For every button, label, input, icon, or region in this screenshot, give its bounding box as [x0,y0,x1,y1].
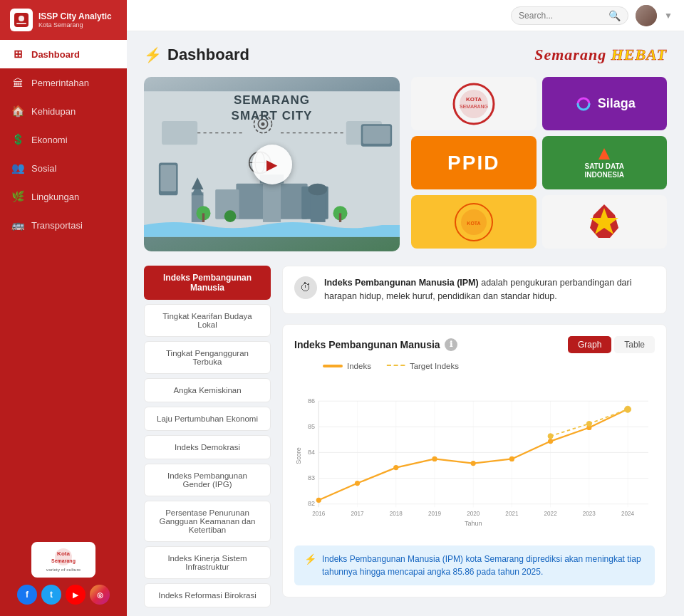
chart-legend: Indeks Target Indeks [323,362,655,370]
svg-point-89 [586,421,591,426]
svg-text:2022: 2022 [544,511,558,517]
left-menu: Indeks Pembangunan Manusia Tingkat Keari… [144,266,271,612]
menu-item-keamanan[interactable]: Persentase Penurunan Gangguan Keamanan d… [144,501,271,542]
sidebar-item-transportasi[interactable]: 🚌 Transportasi [0,211,127,239]
twitter-icon[interactable]: t [41,585,61,605]
video-panel[interactable]: SEMARANG SMART CITY ▶ [144,77,400,251]
sidebar-bottom: Kota Semarang variety of culture f t ▶ ◎ [0,531,127,616]
menu-item-ekonomi[interactable]: Laju Pertumbuhan Ekonomi [144,407,271,431]
svg-point-78 [355,480,360,485]
svg-rect-2 [16,23,26,24]
sidebar-item-dashboard[interactable]: ⊞ Dashboard [0,40,127,68]
svg-point-35 [224,210,237,222]
ekonomi-icon: 💲 [11,133,24,146]
svg-text:85: 85 [308,423,315,430]
menu-item-birokrasi[interactable]: Indeks Reformasi Birokrasi [144,583,271,607]
svg-point-80 [432,456,437,461]
svg-point-1 [19,16,24,21]
smart-city-text: SEMARANG SMART CITY [232,93,313,124]
chart-info-icon[interactable]: ℹ [445,338,457,351]
svg-text:2021: 2021 [505,511,519,517]
search-icon: 🔍 [608,10,621,21]
tile-yellow-seal[interactable]: KOTA [411,195,537,249]
svg-marker-42 [598,148,610,160]
menu-item-demokrasi[interactable]: Indeks Demokrasi [144,435,271,459]
svg-text:82: 82 [308,500,315,507]
menu-item-active[interactable]: Indeks Pembangunan Manusia [144,266,271,300]
svg-text:2020: 2020 [467,511,480,517]
avatar-dropdown-icon[interactable]: ▼ [664,11,673,21]
svg-point-77 [316,497,321,502]
svg-text:SEMARANG: SEMARANG [460,104,488,109]
table-toggle-button[interactable]: Table [614,336,655,353]
search-input[interactable] [519,11,604,21]
chart-title-row: Indeks Pembangunan Manusia ℹ [294,338,457,351]
sosial-icon: 👥 [11,162,24,174]
svg-point-90 [625,406,631,412]
tile-satu-data[interactable]: SATU DATA INDONESIA [542,136,668,189]
main-content: 🔍 ▼ ⚡ Dashboard Semarang HEBAT [127,0,684,616]
tile-red-emblem[interactable] [542,195,668,249]
right-panel: ⏱ Indeks Pembangunan Manusia (IPM) adala… [282,266,667,612]
svg-rect-22 [363,126,390,144]
svg-text:2019: 2019 [428,511,442,517]
menu-item-pengangguran[interactable]: Tingkat Pengangguran Terbuka [144,341,271,374]
ipm-desc-text: Indeks Pembangunan Manusia (IPM) adalah … [324,276,655,303]
graph-toggle-button[interactable]: Graph [568,336,611,353]
ipm-description: ⏱ Indeks Pembangunan Manusia (IPM) adala… [282,266,667,314]
play-button[interactable]: ▶ [252,145,292,184]
semarang-city-logo: Kota Semarang variety of culture [31,542,95,578]
page-title: ⚡ Dashboard [144,46,249,64]
sidebar-logo: ISSP City Analytic Kota Semarang [0,0,127,40]
tile-silaga[interactable]: Silaga [542,77,668,130]
sidebar-item-lingkungan[interactable]: 🌿 Lingkungan [0,182,127,211]
svg-text:2024: 2024 [621,511,635,517]
youtube-icon[interactable]: ▶ [66,585,86,605]
search-box[interactable]: 🔍 [511,6,628,25]
svg-rect-37 [339,213,341,222]
facebook-icon[interactable]: f [17,585,37,605]
svg-point-32 [308,184,327,196]
sidebar-item-sosial[interactable]: 👥 Sosial [0,154,127,182]
menu-item-budaya[interactable]: Tingkat Kearifan Budaya Lokal [144,304,271,337]
sidebar-item-kehidupan[interactable]: 🏠 Kehidupan [0,97,127,125]
svg-rect-17 [160,165,176,192]
svg-line-87 [589,409,628,423]
menu-item-infrastruktur[interactable]: Indeks Kinerja Sistem Infrastruktur [144,546,271,579]
menu-item-kemiskinan[interactable]: Angka Kemiskinan [144,378,271,402]
svg-text:2016: 2016 [312,511,326,517]
svg-text:Score: Score [295,447,302,464]
svg-point-88 [548,433,553,438]
ipm-desc-icon: ⏱ [294,276,317,299]
tiles-grid: KOTA SEMARANG Silaga PP [411,77,667,251]
svg-text:KOTA: KOTA [466,96,482,103]
svg-rect-9 [162,121,197,145]
activity-icon: ⚡ [144,46,162,63]
kehidupan-icon: 🏠 [11,105,24,118]
sidebar-item-ekonomi[interactable]: 💲 Ekonomi [0,125,127,154]
prediction-icon: ⚡ [304,553,316,565]
tile-ppid[interactable]: PPID [411,136,537,189]
tile-city-seal[interactable]: KOTA SEMARANG [411,77,537,130]
svg-point-83 [548,438,553,443]
user-avatar[interactable] [636,5,657,26]
prediction-text: Indeks Pembangunan Manusia (IPM) kota Se… [322,553,645,578]
page-title-row: ⚡ Dashboard Semarang HEBAT [144,46,667,64]
prediction-box: ⚡ Indeks Pembangunan Manusia (IPM) kota … [294,545,655,585]
pemerintahan-icon: 🏛 [11,76,24,89]
menu-item-gender[interactable]: Indeks Pembangunan Gender (IPG) [144,464,271,496]
sidebar-item-pemerintahan[interactable]: 🏛 Pemerintahan [0,68,127,97]
dashboard-icon: ⊞ [11,48,24,61]
legend-indeks: Indeks [323,362,371,370]
chart-toggle: Graph Table [568,336,655,353]
instagram-icon[interactable]: ◎ [90,585,110,605]
app-name: ISSP City Analytic [38,11,112,21]
legend-indeks-color [323,365,343,367]
svg-text:84: 84 [308,449,315,456]
top-panels: SEMARANG SMART CITY ▶ KOTA SEMA [144,77,667,251]
svg-text:Semarang: Semarang [51,558,76,564]
content-area: ⚡ Dashboard Semarang HEBAT [127,31,684,616]
svg-text:2018: 2018 [390,511,403,517]
svg-text:variety of culture: variety of culture [46,568,81,572]
svg-point-81 [471,460,476,465]
